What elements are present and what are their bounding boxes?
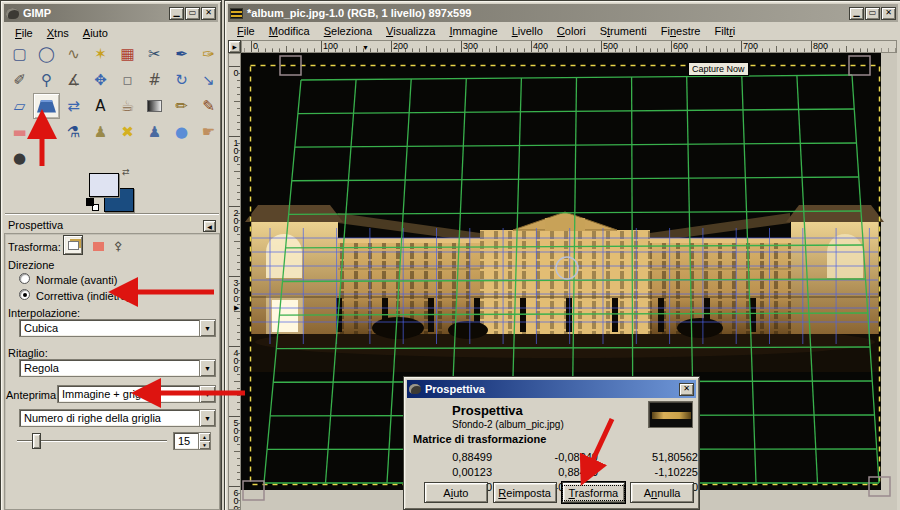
tool-dodge-burn[interactable]: ● bbox=[6, 145, 33, 171]
tool-free-select[interactable]: ∿ bbox=[60, 41, 87, 67]
tool-stamp[interactable]: ♟ bbox=[141, 119, 168, 145]
reset-button[interactable]: Reimposta bbox=[493, 482, 557, 503]
tool-resize[interactable]: ▫ bbox=[114, 67, 141, 93]
tool-crop[interactable]: # bbox=[141, 67, 168, 93]
move-icon: ✥ bbox=[94, 71, 107, 89]
v-ruler-label: 0 bbox=[231, 68, 241, 76]
transform-button[interactable]: Trasforma bbox=[562, 482, 626, 503]
tool-pattern-stamp[interactable]: ✖ bbox=[114, 119, 141, 145]
tool-bucket-fill[interactable]: ☕ bbox=[114, 93, 141, 119]
tool-color-picker[interactable]: ✐ bbox=[6, 67, 33, 93]
transform-target-layer-button[interactable] bbox=[63, 235, 83, 255]
tool-select-by-color[interactable]: ▦ bbox=[114, 41, 141, 67]
paintbrush-icon: ✎ bbox=[202, 97, 215, 115]
tool-airbrush[interactable]: ☁ bbox=[33, 119, 60, 145]
tool-rotate[interactable]: ↻ bbox=[168, 67, 195, 93]
radio-corrective[interactable] bbox=[19, 289, 30, 300]
divider bbox=[5, 213, 219, 215]
slider-thumb[interactable] bbox=[32, 433, 41, 449]
tool-gradient[interactable] bbox=[141, 93, 168, 119]
layer-icon bbox=[68, 241, 79, 250]
tool-grid: ▢◯∿✶▦✂✒✑✐⚲∡✥▫#↻↘▱⇄A☕✏✎▬☁⚗♟✖♟●☛● bbox=[1, 1, 223, 181]
chevron-down-icon[interactable]: ▼ bbox=[199, 410, 215, 426]
close-icon[interactable]: ✕ bbox=[679, 383, 694, 396]
grid-number-spinbox[interactable]: 15 ▲ ▼ bbox=[173, 432, 211, 450]
tool-pencil[interactable]: ✏ bbox=[168, 93, 195, 119]
image-window-titlebar[interactable]: *album_pic.jpg-1.0 (RGB, 1 livello) 897x… bbox=[228, 4, 898, 22]
radio-normal-label[interactable]: Normale (avanti) bbox=[36, 274, 117, 286]
measure-icon: ∡ bbox=[67, 71, 80, 89]
dialog-heading: Prospettiva bbox=[452, 403, 523, 418]
ruler-position-marker: ▶ bbox=[234, 304, 239, 312]
shear-icon: ▱ bbox=[14, 97, 26, 115]
tool-text[interactable]: A bbox=[87, 93, 114, 119]
clipping-dropdown[interactable]: Regola ▼ bbox=[19, 359, 216, 377]
tool-smudge[interactable]: ☛ bbox=[195, 119, 222, 145]
tool-paths[interactable]: ✒ bbox=[168, 41, 195, 67]
tool-ellipse-select[interactable]: ◯ bbox=[33, 41, 60, 67]
tool-flip[interactable]: ⇄ bbox=[60, 93, 87, 119]
menu-file[interactable]: File bbox=[231, 23, 261, 39]
tool-measure[interactable]: ∡ bbox=[60, 67, 87, 93]
tool-clone[interactable]: ♟ bbox=[87, 119, 114, 145]
default-colors-icon[interactable] bbox=[86, 198, 99, 211]
image-window-title: *album_pic.jpg-1.0 (RGB, 1 livello) 897x… bbox=[247, 7, 471, 19]
vertical-ruler[interactable]: 0100200300400500600▶ bbox=[228, 53, 241, 510]
help-button[interactable]: Aiuto bbox=[424, 482, 488, 503]
menu-finestre[interactable]: Finestre bbox=[655, 23, 707, 39]
close-icon[interactable]: ✕ bbox=[881, 7, 896, 20]
tool-magnify[interactable]: ⚲ bbox=[33, 67, 60, 93]
maximize-icon[interactable]: ▭ bbox=[865, 7, 880, 20]
spin-up-icon[interactable]: ▲ bbox=[198, 433, 210, 441]
layer-thumbnail bbox=[648, 401, 693, 428]
scissors-icon: ✂ bbox=[148, 45, 161, 63]
dialog-titlebar[interactable]: Prospettiva ✕ bbox=[407, 380, 696, 398]
image-file-icon bbox=[230, 8, 243, 19]
transform-target-path-icon[interactable]: ⚴ bbox=[114, 239, 123, 253]
tool-rect-select[interactable]: ▢ bbox=[6, 41, 33, 67]
canvas-menu-button[interactable]: ▶ bbox=[228, 40, 241, 53]
tool-eraser[interactable]: ▬ bbox=[6, 119, 33, 145]
ruler-position-marker: ▼ bbox=[362, 44, 369, 51]
interpolation-dropdown[interactable]: Cubica ▼ bbox=[19, 319, 216, 337]
radio-normal[interactable] bbox=[19, 273, 30, 284]
radio-corrective-label[interactable]: Correttiva (indietro) bbox=[36, 290, 130, 302]
menu-colori[interactable]: Colori bbox=[551, 23, 592, 39]
tool-blur[interactable]: ● bbox=[168, 119, 195, 145]
menu-livello[interactable]: Livello bbox=[506, 23, 549, 39]
spin-down-icon[interactable]: ▼ bbox=[198, 441, 210, 449]
cancel-button[interactable]: Annulla bbox=[630, 482, 694, 503]
chevron-down-icon[interactable]: ▼ bbox=[199, 320, 215, 336]
foreground-color-swatch[interactable] bbox=[89, 173, 119, 197]
ink-icon: ✑ bbox=[202, 45, 215, 63]
minimize-icon[interactable]: ▁ bbox=[849, 7, 864, 20]
menu-seleziona[interactable]: Seleziona bbox=[318, 23, 378, 39]
menu-modifica[interactable]: Modifica bbox=[263, 23, 316, 39]
tool-fuzzy-select[interactable]: ✶ bbox=[87, 41, 114, 67]
tool-shear[interactable]: ▱ bbox=[6, 93, 33, 119]
chevron-down-icon[interactable]: ▼ bbox=[199, 360, 215, 376]
menu-visualizza[interactable]: Visualizza bbox=[380, 23, 441, 39]
chevron-down-icon[interactable]: ▼ bbox=[199, 386, 215, 402]
tool-move[interactable]: ✥ bbox=[87, 67, 114, 93]
panel-collapse-button[interactable]: ◀ bbox=[203, 220, 216, 232]
transform-target-selection-icon[interactable] bbox=[93, 242, 104, 251]
tool-perspective[interactable] bbox=[33, 93, 60, 119]
gimp-logo-icon bbox=[409, 384, 421, 394]
preview-dropdown[interactable]: Immagine + griglia ▼ bbox=[57, 385, 216, 403]
grid-lines-dropdown[interactable]: Numero di righe della griglia ▼ bbox=[19, 409, 216, 427]
tool-scissors[interactable]: ✂ bbox=[141, 41, 168, 67]
menu-immagine[interactable]: Immagine bbox=[443, 23, 503, 39]
tool-scale[interactable]: ↘ bbox=[195, 67, 222, 93]
menu-filtri[interactable]: Filtri bbox=[709, 23, 742, 39]
horizontal-ruler[interactable]: 0100200300400500600700800▼ bbox=[241, 40, 897, 53]
menu-strumenti[interactable]: Strumenti bbox=[594, 23, 653, 39]
scale-icon: ↘ bbox=[202, 71, 215, 89]
grid-lines-value: Numero di righe della griglia bbox=[20, 412, 199, 424]
dialog-title: Prospettiva bbox=[425, 383, 485, 395]
interpolation-label: Interpolazione: bbox=[8, 307, 80, 319]
tool-ink[interactable]: ✑ bbox=[195, 41, 222, 67]
tool-paintbrush[interactable]: ✎ bbox=[195, 93, 222, 119]
tool-ink-pot[interactable]: ⚗ bbox=[60, 119, 87, 145]
swap-colors-icon[interactable]: ⇄ bbox=[122, 167, 130, 177]
